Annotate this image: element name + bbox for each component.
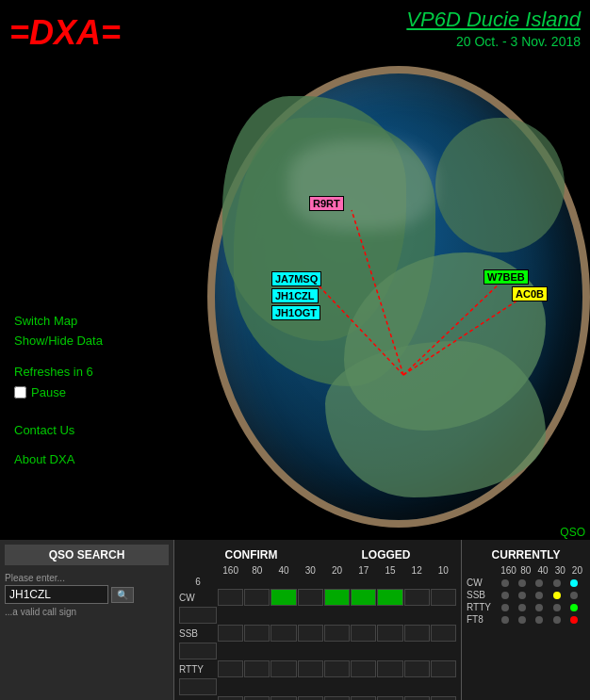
currently-ssb-row: SSB xyxy=(467,590,585,600)
logged-label: LOGGED xyxy=(361,548,410,562)
currently-panel: CURRENTLY 160 80 40 30 20 CW SSB xyxy=(462,540,590,700)
currently-header: CURRENTLY xyxy=(467,545,585,565)
globe: R9RT JA7MSQ JH1CZL JH1OGT W7BEB AC0B xyxy=(207,66,590,528)
ft8-row: FT8 xyxy=(179,696,456,700)
callsign-ac0b: AC0B xyxy=(512,286,548,301)
bottom-area: QSO SEARCH Please enter... 🔍 ...a valid … xyxy=(0,540,590,700)
currently-band-headers: 160 80 40 30 20 xyxy=(467,565,585,576)
refresh-counter: Refreshes in 6 xyxy=(0,350,207,383)
qso-search-button[interactable]: 🔍 xyxy=(111,587,134,603)
show-hide-data-link[interactable]: Show/Hide Data xyxy=(0,331,207,350)
contact-us-link[interactable]: Contact Us xyxy=(0,420,207,440)
callsign-r9rt: R9RT xyxy=(309,196,344,211)
qso-link[interactable]: QSO xyxy=(560,526,585,539)
pause-label[interactable]: Pause xyxy=(31,385,66,399)
qso-search-row: 🔍 xyxy=(5,585,169,604)
qso-search-panel: QSO SEARCH Please enter... 🔍 ...a valid … xyxy=(0,540,174,700)
header: =DXA= VP6D Ducie Island 20 Oct. - 3 Nov.… xyxy=(0,0,590,66)
callsign-jh1czl: JH1CZL xyxy=(271,288,319,303)
ssb-row: SSB xyxy=(179,625,456,659)
globe-container: R9RT JA7MSQ JH1CZL JH1OGT W7BEB AC0B xyxy=(207,66,590,528)
title-block: VP6D Ducie Island 20 Oct. - 3 Nov. 2018 xyxy=(406,8,581,49)
expedition-dates: 20 Oct. - 3 Nov. 2018 xyxy=(406,34,581,49)
logo: =DXA= xyxy=(0,16,121,50)
currently-cw-row: CW xyxy=(467,578,585,588)
about-dxa-link[interactable]: About DXA xyxy=(0,449,207,469)
clouds xyxy=(288,140,435,230)
confirm-label: CONFIRM xyxy=(224,548,277,562)
currently-ft8-row: FT8 xyxy=(467,614,585,625)
rtty-row: RTTY xyxy=(179,660,456,695)
callsign-ja7msq: JA7MSQ xyxy=(271,271,321,286)
currently-rtty-row: RTTY xyxy=(467,602,585,612)
qso-search-placeholder-label: Please enter... xyxy=(5,573,169,583)
qso-search-header: QSO SEARCH xyxy=(5,545,169,565)
qso-search-input[interactable] xyxy=(5,585,108,604)
confirm-logged-header: CONFIRM LOGGED xyxy=(179,545,456,565)
pause-container: Pause xyxy=(0,383,207,401)
callsign-jh1ogt: JH1OGT xyxy=(271,305,320,320)
switch-map-link[interactable]: Switch Map xyxy=(0,311,207,331)
confirm-logged-panel: CONFIRM LOGGED 160 80 40 30 20 17 15 12 … xyxy=(174,540,462,700)
pause-checkbox[interactable] xyxy=(14,386,26,399)
qso-valid-hint: ...a valid call sign xyxy=(5,607,169,617)
cw-row: CW xyxy=(179,589,456,624)
expedition-title[interactable]: VP6D Ducie Island xyxy=(406,8,581,32)
callsign-w7beb: W7BEB xyxy=(483,269,529,285)
band-headers: 160 80 40 30 20 17 15 12 10 6 xyxy=(179,565,456,587)
left-panel: Switch Map Show/Hide Data Refreshes in 6… xyxy=(0,66,207,528)
